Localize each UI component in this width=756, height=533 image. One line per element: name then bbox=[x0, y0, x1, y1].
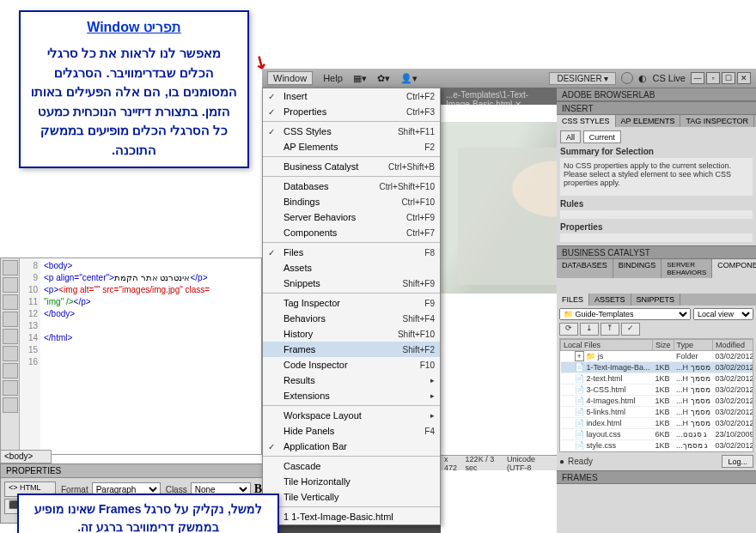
menu-item-components[interactable]: ComponentsCtrl+F7 bbox=[263, 225, 440, 240]
site-select[interactable]: 📁 Guide-Templates bbox=[559, 308, 691, 320]
file-row[interactable]: 📄5-links.html1KB...H מסמך03/02/2012 1 bbox=[561, 407, 754, 418]
file-row[interactable]: 📄3-CSS.html1KB...H מסמך03/02/2012 1 bbox=[561, 385, 754, 396]
files-toolbar-btn[interactable]: ✓ bbox=[621, 323, 640, 336]
file-row[interactable]: 📄style.css1KB...ג מסמך03/02/2012 1 bbox=[561, 440, 754, 451]
rules-header: Rules bbox=[560, 199, 753, 209]
view-select[interactable]: Local view bbox=[693, 308, 753, 320]
menu-item-frames[interactable]: FramesShift+F2 bbox=[263, 342, 440, 357]
right-panels: ADOBE BROWSERLAB INSERT CSS STYLES AP EL… bbox=[557, 88, 756, 533]
toolbar-btn[interactable] bbox=[3, 294, 18, 310]
menu-item-properties[interactable]: ✓PropertiesCtrl+F3 bbox=[263, 104, 440, 119]
tab-snippets[interactable]: SNIPPETS bbox=[631, 294, 681, 306]
files-toolbar-btn[interactable]: ⤓ bbox=[580, 323, 599, 336]
tab-components[interactable]: COMPONENTS bbox=[712, 259, 756, 278]
minimize-button[interactable]: — bbox=[691, 72, 704, 84]
code-text[interactable]: <body> <p align="center">אינטרנט אתר הקמ… bbox=[40, 258, 261, 454]
menu-item-assets[interactable]: Assets bbox=[263, 260, 440, 276]
file-row[interactable]: 📄1-Text-Image-Ba...1KB...H מסמך03/02/201… bbox=[561, 362, 754, 373]
restore-button[interactable]: ▫ bbox=[706, 72, 720, 84]
panel-business-catalyst[interactable]: BUSINESS CATALYST bbox=[557, 245, 756, 259]
menu-item-business-catalyst[interactable]: Business CatalystCtrl+Shift+B bbox=[263, 159, 440, 174]
toolbar-btn[interactable] bbox=[3, 329, 18, 344]
tab-files[interactable]: FILES bbox=[557, 294, 589, 306]
maximize-button[interactable]: ☐ bbox=[722, 72, 735, 84]
menu-item-databases[interactable]: DatabasesCtrl+Shift+F10 bbox=[263, 179, 440, 194]
content-image bbox=[458, 148, 557, 285]
cslive-label[interactable]: CS Live bbox=[652, 73, 686, 83]
col-size[interactable]: Size bbox=[653, 340, 674, 351]
menu-item-tile-vertically[interactable]: Tile Vertically bbox=[263, 489, 440, 505]
files-toolbar-btn[interactable]: ⤒ bbox=[601, 323, 619, 336]
col-local-files[interactable]: Local Files bbox=[561, 340, 653, 351]
user-icon[interactable]: 👤▾ bbox=[400, 73, 418, 84]
panel-frames[interactable]: FRAMES bbox=[557, 470, 756, 484]
status-enc: Unicode (UTF-8 bbox=[507, 455, 553, 472]
toolbar-btn[interactable] bbox=[3, 260, 18, 276]
toolbar-btn[interactable] bbox=[3, 380, 18, 396]
col-modified[interactable]: Modified bbox=[713, 340, 753, 351]
toolbar-btn[interactable] bbox=[3, 277, 18, 293]
annotation-body: מאפשר לנו לראות את כל סרגלי הכלים שבדרימ… bbox=[31, 44, 237, 160]
menu-item-workspace-layout[interactable]: Workspace Layout▸ bbox=[263, 408, 440, 423]
menu-item-files[interactable]: ✓FilesF8 bbox=[263, 245, 440, 260]
menu-item-code-inspector[interactable]: Code InspectorF10 bbox=[263, 357, 440, 372]
menu-item-snippets[interactable]: SnippetsShift+F9 bbox=[263, 276, 440, 291]
toolbar-btn[interactable] bbox=[3, 363, 18, 379]
tab-server-behaviors[interactable]: SERVER BEHAVIORS bbox=[662, 259, 712, 278]
menu-item-cascade[interactable]: Cascade bbox=[263, 458, 440, 474]
close-button[interactable]: ✕ bbox=[737, 72, 751, 84]
code-view[interactable]: 8910111213141516 <body> <p align="center… bbox=[0, 257, 262, 455]
file-row[interactable]: 📄index.html1KB...H מסמך03/02/2012 1 bbox=[561, 418, 754, 429]
tab-ap-elements[interactable]: AP ELEMENTS bbox=[616, 115, 681, 127]
menu-item-css-styles[interactable]: ✓CSS StylesShift+F11 bbox=[263, 124, 440, 139]
menu-item-1-1-text-image-basic-html[interactable]: ✓1 1-Text-Image-Basic.html bbox=[263, 509, 440, 524]
annotation-frames: למשל, נקליק על סרגל Frames שאינו מופיע ב… bbox=[17, 494, 279, 533]
tag-selector[interactable]: <body> bbox=[0, 450, 52, 463]
status-size: 122K / 3 sec bbox=[466, 455, 502, 472]
menu-item-hide-panels[interactable]: Hide PanelsF4 bbox=[263, 423, 440, 439]
toolbar-btn[interactable] bbox=[3, 312, 18, 327]
menu-item-extensions[interactable]: Extensions▸ bbox=[263, 388, 440, 403]
tab-bindings[interactable]: BINDINGS bbox=[613, 259, 662, 278]
current-button[interactable]: Current bbox=[583, 130, 621, 143]
tab-assets[interactable]: ASSETS bbox=[589, 294, 631, 306]
all-button[interactable]: All bbox=[560, 130, 581, 143]
menu-item-application-bar[interactable]: ✓Application Bar bbox=[263, 439, 440, 454]
menu-item-history[interactable]: HistoryShift+F10 bbox=[263, 326, 440, 342]
menu-item-server-behaviors[interactable]: Server BehaviorsCtrl+F9 bbox=[263, 209, 440, 225]
file-row[interactable]: 📄2-text.html1KB...H מסמך03/02/2012 1 bbox=[561, 373, 754, 385]
app-window: Window Help ▦▾ ✿▾ 👤▾ DESIGNER ▾ ◐ CS Liv… bbox=[262, 69, 756, 533]
tab-tag-inspector[interactable]: TAG INSPECTOR bbox=[680, 115, 754, 127]
menu-window[interactable]: Window bbox=[267, 71, 313, 85]
summary-text: No CSS properties apply to the current s… bbox=[560, 158, 753, 196]
layout-icon[interactable]: ▦▾ bbox=[353, 73, 367, 84]
tab-css-styles[interactable]: CSS STYLES bbox=[557, 115, 616, 127]
menu-item-ap-elements[interactable]: AP ElementsF2 bbox=[263, 139, 440, 154]
toolbar-btn[interactable] bbox=[3, 346, 18, 361]
tab-databases[interactable]: DATABASES bbox=[557, 259, 613, 278]
menu-item-bindings[interactable]: BindingsCtrl+F10 bbox=[263, 194, 440, 209]
files-table: Local Files Size Type Modified +📁jsFolde… bbox=[560, 339, 753, 451]
cslive-icon[interactable]: ◐ bbox=[638, 73, 647, 84]
document-tab[interactable]: ...e-Templates\1-Text-Image-Basic.html ✕ bbox=[441, 88, 557, 105]
workspace-switcher[interactable]: DESIGNER ▾ bbox=[549, 72, 616, 85]
search-icon[interactable] bbox=[621, 72, 633, 84]
panel-browserlab[interactable]: ADOBE BROWSERLAB bbox=[557, 88, 756, 101]
col-type[interactable]: Type bbox=[674, 340, 713, 351]
menu-help[interactable]: Help bbox=[323, 73, 343, 83]
file-row[interactable]: 📄layout.css6KB...ג סגנונו23/10/2009 1 bbox=[561, 429, 754, 440]
menu-item-tag-inspector[interactable]: Tag InspectorF9 bbox=[263, 295, 440, 311]
menu-item-results[interactable]: Results▸ bbox=[263, 372, 440, 388]
log-button[interactable]: Log... bbox=[722, 455, 753, 468]
files-toolbar-btn[interactable]: ⟳ bbox=[559, 323, 578, 336]
menu-item-insert[interactable]: ✓InsertCtrl+F2 bbox=[263, 88, 440, 104]
file-row[interactable]: +📁jsFolder03/02/2012 1 bbox=[561, 351, 754, 362]
menu-item-tile-horizontally[interactable]: Tile Horizontally bbox=[263, 474, 440, 489]
panel-insert[interactable]: INSERT bbox=[557, 101, 756, 115]
gear-icon[interactable]: ✿▾ bbox=[377, 73, 390, 84]
toolbar-btn[interactable] bbox=[3, 397, 18, 413]
menu-item-behaviors[interactable]: BehaviorsShift+F4 bbox=[263, 311, 440, 326]
ready-icon: ● bbox=[559, 457, 564, 466]
file-row[interactable]: 📄4-Images.html1KB...H מסמך03/02/2012 1 bbox=[561, 396, 754, 407]
db-tabs: DATABASES BINDINGS SERVER BEHAVIORS COMP… bbox=[557, 259, 756, 278]
